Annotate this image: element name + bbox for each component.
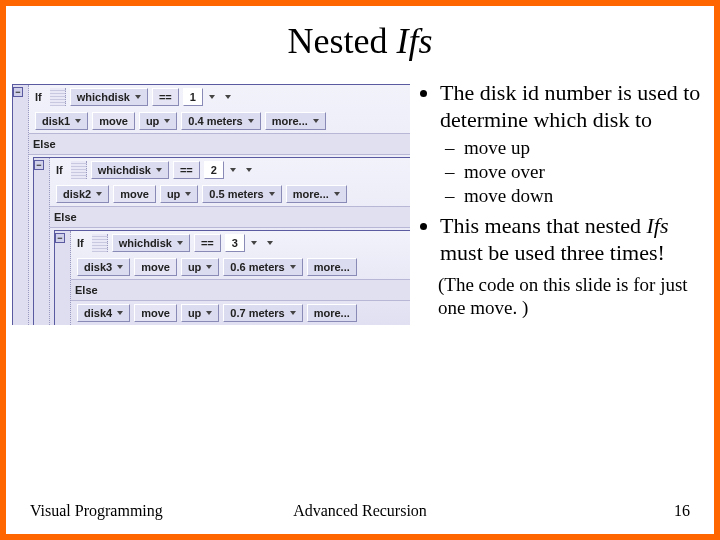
if-header-3: If whichdisk == 3 [71,231,410,255]
chevron-down-icon [246,168,252,172]
if-block-3: − If whichdisk == 3 [54,230,410,325]
action-row-2: disk2 move up 0.5 meters more... [50,182,410,206]
content-area: − If whichdisk == 1 disk1 move up [6,80,714,325]
collapse-icon[interactable]: − [55,233,65,243]
eq-box[interactable]: == [173,161,200,179]
else-label: Else [50,206,410,228]
else-label: Else [29,133,410,155]
more-box[interactable]: more... [265,112,326,130]
if-keyword: If [52,164,67,176]
chevron-down-icon [75,119,81,123]
num-box[interactable]: 2 [204,161,224,179]
code-panel: − If whichdisk == 1 disk1 move up [12,80,410,325]
chevron-down-icon [206,311,212,315]
move-box[interactable]: move [113,185,156,203]
sub-bullet: move over [464,160,702,183]
title-text-a: Nested [288,21,397,61]
chevron-down-icon [177,241,183,245]
move-box[interactable]: move [134,258,177,276]
more-box[interactable]: more... [286,185,347,203]
chevron-down-icon [251,241,257,245]
action-row-3: disk3 move up 0.6 meters more... [71,255,410,279]
num-box[interactable]: 1 [183,88,203,106]
chevron-down-icon [334,192,340,196]
chevron-down-icon [156,168,162,172]
if-block-1: − If whichdisk == 1 disk1 move up [12,84,410,325]
paren-note: (The code on this slide is for just one … [438,273,702,319]
gutter: − [34,158,50,325]
chevron-down-icon [267,241,273,245]
collapse-icon[interactable]: − [34,160,44,170]
chevron-down-icon [96,192,102,196]
chevron-down-icon [269,192,275,196]
grip-icon[interactable] [71,161,87,179]
gutter: − [55,231,71,325]
action-row-1: disk1 move up 0.4 meters more... [29,109,410,133]
amt-box[interactable]: 0.7 meters [223,304,302,322]
whichdisk-box[interactable]: whichdisk [91,161,169,179]
chevron-down-icon [135,95,141,99]
if-header-2: If whichdisk == 2 [50,158,410,182]
bullet-1: The disk id number is used to determine … [440,80,702,207]
chevron-down-icon [164,119,170,123]
else-label: Else [71,279,410,301]
disk-box[interactable]: disk3 [77,258,130,276]
whichdisk-box[interactable]: whichdisk [70,88,148,106]
grip-icon[interactable] [92,234,108,252]
chevron-down-icon [290,311,296,315]
gutter: − [13,85,29,325]
slide-title: Nested Ifs [6,20,714,62]
footer: Visual Programming Advanced Recursion 16 [6,502,714,520]
chevron-down-icon [209,95,215,99]
amt-box[interactable]: 0.5 meters [202,185,281,203]
dir-box[interactable]: up [139,112,177,130]
chevron-down-icon [313,119,319,123]
chevron-down-icon [206,265,212,269]
grip-icon[interactable] [50,88,66,106]
chevron-down-icon [230,168,236,172]
sub-bullet: move up [464,136,702,159]
action-row-4: disk4 move up 0.7 meters more... [71,301,410,325]
if-keyword: If [31,91,46,103]
move-box[interactable]: move [92,112,135,130]
amt-box[interactable]: 0.4 meters [181,112,260,130]
chevron-down-icon [185,192,191,196]
eq-box[interactable]: == [194,234,221,252]
if-block-2: − If whichdisk == 2 [33,157,410,325]
more-box[interactable]: more... [307,258,357,276]
disk-box[interactable]: disk4 [77,304,130,322]
chevron-down-icon [225,95,231,99]
amt-box[interactable]: 0.6 meters [223,258,302,276]
if-keyword: If [73,237,88,249]
eq-box[interactable]: == [152,88,179,106]
title-text-b: Ifs [396,21,432,61]
bullet-2: This means that nested Ifs must be used … [440,213,702,267]
disk-box[interactable]: disk1 [35,112,88,130]
footer-center: Advanced Recursion [6,502,714,520]
collapse-icon[interactable]: − [13,87,23,97]
dir-box[interactable]: up [181,304,219,322]
dir-box[interactable]: up [160,185,198,203]
chevron-down-icon [248,119,254,123]
sub-bullet: move down [464,184,702,207]
more-box[interactable]: more... [307,304,357,322]
num-box[interactable]: 3 [225,234,245,252]
chevron-down-icon [117,311,123,315]
if-header-1: If whichdisk == 1 [29,85,410,109]
move-box[interactable]: move [134,304,177,322]
chevron-down-icon [117,265,123,269]
chevron-down-icon [290,265,296,269]
dir-box[interactable]: up [181,258,219,276]
notes-panel: The disk id number is used to determine … [410,80,702,325]
whichdisk-box[interactable]: whichdisk [112,234,190,252]
disk-box[interactable]: disk2 [56,185,109,203]
